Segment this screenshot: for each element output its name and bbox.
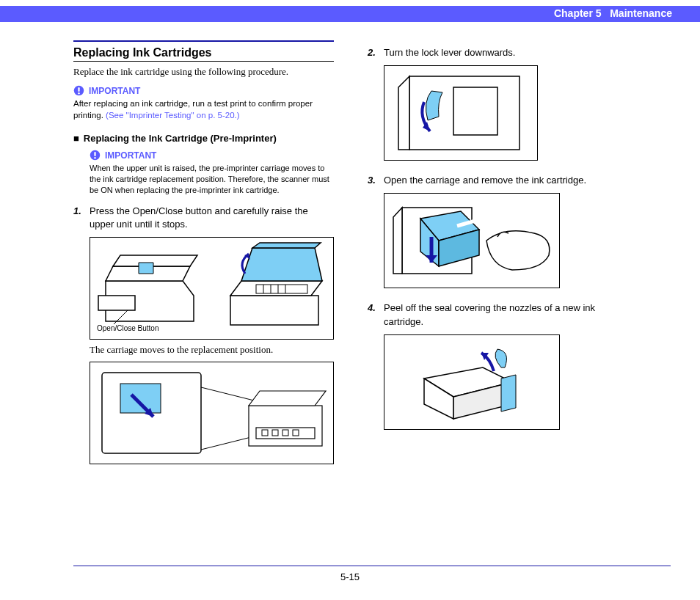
step-2-num: 2. <box>368 46 378 59</box>
step-4-num: 4. <box>368 301 378 328</box>
section-rule <box>73 40 334 42</box>
important-2-header: IMPORTANT <box>90 150 334 161</box>
step-3-body: Open the carriage and remove the ink car… <box>384 174 628 187</box>
left-column: Replacing Ink Cartridges Replace the ink… <box>73 40 334 556</box>
figure-2 <box>384 65 538 161</box>
figure-4-svg <box>387 338 556 426</box>
chapter-title: Maintenance <box>610 7 672 19</box>
svg-rect-1 <box>78 87 79 92</box>
right-column: 2. Turn the lock lever downwards. <box>368 40 628 556</box>
subsection-title: Replacing the Ink Cartridge (Pre-Imprint… <box>84 133 277 144</box>
figure-4-wrap <box>384 329 628 430</box>
figure-1-svg <box>95 241 329 336</box>
svg-rect-25 <box>453 87 497 135</box>
figure-3-wrap <box>384 187 628 288</box>
figure-3-svg <box>387 197 556 285</box>
footer-rule <box>73 566 671 566</box>
header-text: Chapter 5 Maintenance <box>554 7 672 19</box>
important-2-body: When the upper unit is raised, the pre-i… <box>90 163 334 196</box>
svg-rect-4 <box>94 152 95 156</box>
important-1-body: After replacing an ink cartridge, run a … <box>73 98 334 121</box>
figure-1-wrap: Open/Close Button <box>90 231 334 340</box>
subsection-row: ■ Replacing the Ink Cartridge (Pre-Impri… <box>73 133 334 144</box>
header-bar: Chapter 5 Maintenance <box>0 6 700 22</box>
figure-1b <box>90 362 334 464</box>
figure-1b-wrap <box>90 356 334 464</box>
step-1-body: Press the Open/Close button and carefull… <box>90 205 334 231</box>
important-1-header: IMPORTANT <box>73 85 334 96</box>
svg-rect-6 <box>98 296 135 310</box>
important-icon <box>73 85 84 96</box>
svg-rect-8 <box>230 296 318 325</box>
page-content: Replacing Ink Cartridges Replace the ink… <box>73 40 671 556</box>
page-number: 5-15 <box>0 571 700 582</box>
section-title: Replacing Ink Cartridges <box>73 46 334 62</box>
figure-2-svg <box>387 69 534 157</box>
step-3: 3. Open the carriage and remove the ink … <box>368 174 628 187</box>
important-1-link[interactable]: (See "Imprinter Testing" on p. 5-20.) <box>106 111 239 120</box>
figure-2-wrap <box>384 59 628 161</box>
important-2-label: IMPORTANT <box>105 150 156 161</box>
section-intro: Replace the ink cartridge using the foll… <box>73 66 334 78</box>
svg-rect-19 <box>256 428 315 439</box>
subsection-bullet: ■ <box>73 133 79 144</box>
figure-4 <box>384 334 560 430</box>
svg-rect-18 <box>249 406 322 446</box>
step-4: 4. Peel off the seal covering the nozzle… <box>368 301 628 328</box>
svg-line-16 <box>201 387 260 402</box>
svg-point-2 <box>78 92 79 94</box>
svg-point-5 <box>94 157 95 158</box>
figure-1-label: Open/Close Button <box>97 324 159 332</box>
step-1: 1. Press the Open/Close button and caref… <box>73 205 334 231</box>
svg-rect-15 <box>120 384 161 413</box>
figure-1b-svg <box>95 365 329 461</box>
figure-3 <box>384 193 560 288</box>
step-2: 2. Turn the lock lever downwards. <box>368 46 628 59</box>
step-3-num: 3. <box>368 174 378 187</box>
important-2: IMPORTANT When the upper unit is raised,… <box>90 150 334 199</box>
step-1-caption: The carriage moves to the replacement po… <box>90 344 334 356</box>
important-icon <box>90 150 101 161</box>
step-4-body: Peel off the seal covering the nozzles o… <box>384 301 628 328</box>
step-2-body: Turn the lock lever downwards. <box>384 46 628 59</box>
important-1-label: IMPORTANT <box>89 86 140 96</box>
step-1-num: 1. <box>73 205 84 231</box>
chapter-label: Chapter 5 <box>554 7 602 19</box>
